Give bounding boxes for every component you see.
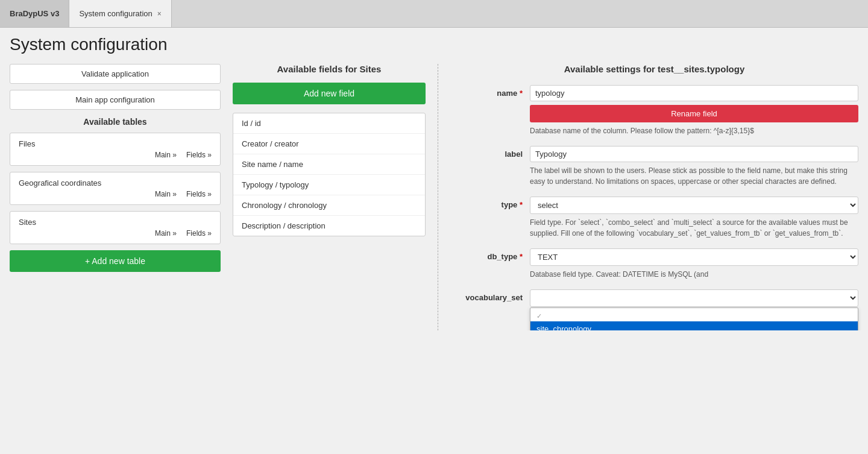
name-input[interactable] [530,85,858,101]
label-label: label [450,146,523,159]
table-name-files: Files [19,139,212,148]
name-label: name * [450,85,523,98]
field-item-creator[interactable]: Creator / creator [233,134,425,154]
table-name-geografical-coordinates: Geografical coordinates [19,178,212,188]
add-new-field-button[interactable]: Add new field [233,83,426,104]
settings-title: Available settings for test__sites.typol… [450,64,858,74]
dropdown-option-site-chronology[interactable]: site_chronology [530,321,858,330]
label-help-text: The label will be shown to the users. Pl… [530,165,858,187]
name-help-text: Database name of the column. Please foll… [530,125,858,136]
app-tab[interactable]: BraDypUS v3 [0,0,69,27]
table-item-files: Files Main » Fields » [10,133,221,166]
name-row: name * Rename field Database name of the… [450,85,858,136]
field-item-site-name[interactable]: Site name / name [233,154,425,175]
vocabulary-set-row: vocabulary_set site_chronology site_typo… [450,289,858,321]
db-type-select[interactable]: TEXT INTEGER REAL DATETIME [530,248,858,266]
main-app-config-button[interactable]: Main app configuration [10,90,221,110]
close-tab-icon[interactable]: × [157,10,162,17]
label-row: label The label will be shown to the use… [450,146,858,187]
left-sidebar: Validate application Main app configurat… [10,64,221,330]
available-tables-title: Available tables [10,117,221,127]
available-fields-title: Available fields for Sites [233,64,426,74]
app-tab-label: BraDypUS v3 [10,9,59,18]
field-item-chronology[interactable]: Chronology / chronology [233,195,425,216]
rename-field-button[interactable]: Rename field [530,105,858,122]
type-help-text: Field type. For `select`, `combo_select`… [530,217,858,239]
type-field: select combo_select multi_select text Fi… [530,197,858,239]
checkmark-icon: ✓ [536,312,542,320]
field-item-id[interactable]: Id / id [233,113,425,134]
name-field: Rename field Database name of the column… [530,85,858,136]
sites-main-link[interactable]: Main » [155,229,177,238]
middle-column: Available fields for Sites Add new field… [221,64,438,330]
vocabulary-set-select[interactable]: site_chronology site_typology [530,289,858,307]
tab-bar: BraDypUS v3 System configuration × [0,0,868,28]
right-column: Available settings for test__sites.typol… [438,64,858,330]
db-type-row: db_type * TEXT INTEGER REAL DATETIME Dat… [450,248,858,280]
system-config-tab[interactable]: System configuration × [69,0,171,27]
sites-fields-link[interactable]: Fields » [186,229,212,238]
type-label: type * [450,197,523,209]
vocabulary-set-dropdown: ✓ site_chronology site_typology [530,307,858,330]
table-item-sites: Sites Main » Fields » [10,211,221,244]
db-type-field: TEXT INTEGER REAL DATETIME Database fiel… [530,248,858,280]
field-item-description[interactable]: Description / description [233,216,425,236]
geografical-fields-link[interactable]: Fields » [186,190,212,198]
type-row: type * select combo_select multi_select … [450,197,858,239]
vocabulary-set-field: site_chronology site_typology ✓ site_chr… [530,289,858,321]
page-title: System configuration [0,28,868,64]
table-name-sites: Sites [19,218,212,227]
files-fields-link[interactable]: Fields » [186,151,212,159]
system-config-tab-label: System configuration [79,9,152,18]
add-new-table-button[interactable]: + Add new table [10,250,221,272]
type-select[interactable]: select combo_select multi_select text [530,197,858,214]
field-list: Id / id Creator / creator Site name / na… [233,113,426,236]
main-layout: Validate application Main app configurat… [0,64,868,330]
db-type-label: db_type * [450,248,523,261]
validate-application-button[interactable]: Validate application [10,64,221,84]
db-type-help-text: Database field type. Caveat: DATETIME is… [530,269,858,280]
vocabulary-set-label: vocabulary_set [450,289,523,302]
geografical-main-link[interactable]: Main » [155,190,177,198]
table-item-geografical-coordinates: Geografical coordinates Main » Fields » [10,172,221,205]
files-main-link[interactable]: Main » [155,151,177,159]
dropdown-option-blank[interactable]: ✓ [530,308,858,321]
field-item-typology[interactable]: Typology / typology [233,175,425,195]
label-field: The label will be shown to the users. Pl… [530,146,858,187]
label-input[interactable] [530,146,858,162]
